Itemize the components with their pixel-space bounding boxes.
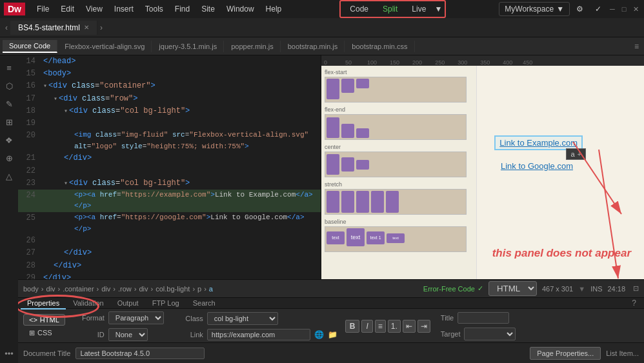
workspace-label-text: MyWorkspace	[505, 5, 554, 14]
split-mode-button[interactable]: Split	[376, 3, 404, 15]
breadcrumb-div-3[interactable]: div	[139, 285, 148, 293]
sidebar-icon-snippets[interactable]: ⊕	[2, 151, 16, 165]
folder-icon[interactable]: 📁	[328, 330, 337, 339]
code-editor[interactable]: 14 </head> 15 <body> 16 ▾<div class="con…	[18, 55, 321, 279]
breadcrumb-body[interactable]: body	[23, 285, 39, 293]
sidebar-icon-git[interactable]: △	[2, 169, 16, 183]
settings-icon[interactable]: ⚙	[571, 3, 589, 15]
tab-scroll-left[interactable]: ‹	[3, 23, 10, 32]
sidebar-icon-css[interactable]: ⊞	[2, 115, 16, 129]
file-tab-jquery[interactable]: jquery-3.5.1.min.js	[152, 41, 224, 52]
menu-edit[interactable]: Edit	[55, 3, 79, 15]
indent-right-button[interactable]: ⇥	[418, 320, 430, 333]
file-tab-source-code[interactable]: Source Code	[3, 40, 57, 53]
tab-validation[interactable]: Validation	[66, 298, 110, 308]
breadcrumb-div-2[interactable]: div	[101, 285, 110, 293]
menu-view[interactable]: View	[81, 3, 108, 15]
sidebar-icon-dom[interactable]: ❖	[2, 133, 16, 147]
window-controls: ─ □ ✕	[608, 5, 640, 14]
breadcrumb-container[interactable]: .container	[63, 285, 94, 293]
minimize-button[interactable]: ─	[608, 5, 617, 14]
code-line-17: 17 ▾<div class="row">	[18, 93, 321, 105]
globe-icon[interactable]: 🌐	[314, 330, 324, 339]
page-properties-button[interactable]: Page Properties...	[530, 347, 601, 360]
baseline-demo: text text text 1 text	[325, 226, 467, 252]
menu-insert[interactable]: Insert	[109, 3, 139, 15]
breadcrumb-col[interactable]: col.bg-light	[156, 285, 190, 293]
tab-output[interactable]: Output	[111, 298, 145, 308]
checkmark-icon: ✓	[478, 284, 483, 293]
tab-search[interactable]: Search	[186, 298, 222, 308]
id-select[interactable]: None	[108, 328, 148, 341]
sidebar-icon-assets[interactable]: ⬡	[2, 79, 16, 93]
menu-find[interactable]: Find	[170, 3, 195, 15]
code-mode-button[interactable]: Code	[343, 3, 375, 15]
menu-file[interactable]: File	[32, 3, 54, 15]
panels-area: 14 </head> 15 <body> 16 ▾<div class="con…	[18, 55, 644, 363]
code-line-23: 23 ▾<div class="col bg-light">	[18, 177, 321, 190]
format-select[interactable]: Paragraph	[108, 311, 164, 324]
tab-ftp-log[interactable]: FTP Log	[146, 298, 186, 308]
sidebar-icon-files[interactable]: ≡	[2, 61, 16, 75]
sidebar-icon-more[interactable]: •••	[2, 346, 16, 360]
ordered-list-button[interactable]: 1.	[388, 320, 401, 333]
link-input[interactable]	[207, 329, 310, 340]
tab-scroll-right[interactable]: ›	[97, 23, 105, 32]
file-tabs-bar: Source Code Flexbox-vertical-align.svg j…	[0, 37, 644, 55]
italic-button[interactable]: I	[361, 320, 372, 333]
breadcrumb: body › div › .container › div › .row › d…	[23, 285, 213, 293]
live-dropdown-icon[interactable]: ▼	[434, 5, 442, 14]
menu-tools[interactable]: Tools	[140, 3, 168, 15]
check-icon[interactable]: ✓	[590, 3, 607, 15]
menu-help[interactable]: Help	[261, 3, 287, 15]
text-format-row: B I ≡ 1. ⇤ ⇥	[345, 320, 430, 333]
workspace-selector[interactable]: MyWorkspace ▼	[499, 2, 570, 16]
menu-window[interactable]: Window	[221, 3, 259, 15]
code-line-29: 29 </div>	[18, 272, 321, 279]
breadcrumb-div-1[interactable]: div	[46, 285, 55, 293]
baseline-label: baseline	[325, 219, 467, 225]
status-bar: body › div › .container › div › .row › d…	[18, 279, 644, 297]
sidebar-icon-insert[interactable]: ✎	[2, 97, 16, 111]
breadcrumb-sep-4: ›	[113, 285, 116, 293]
css-properties-button[interactable]: ⊞ CSS	[23, 327, 65, 339]
code-panel: 14 </head> 15 <body> 16 ▾<div class="con…	[18, 55, 321, 279]
title-input[interactable]	[458, 312, 509, 324]
size-dropdown-icon[interactable]: ▼	[578, 285, 585, 293]
unordered-list-button[interactable]: ≡	[375, 320, 386, 333]
breadcrumb-sep-2: ›	[58, 285, 61, 293]
class-select[interactable]: col bg-light	[207, 312, 278, 325]
css-label: CSS	[37, 329, 52, 337]
properties-help-icon[interactable]: ?	[627, 299, 641, 308]
tab-close-button[interactable]: ✕	[84, 24, 89, 31]
doc-title-input[interactable]	[75, 348, 205, 359]
maximize-button[interactable]: □	[619, 5, 629, 14]
menu-site[interactable]: Site	[196, 3, 220, 15]
left-sidebar: ≡ ⬡ ✎ ⊞ ❖ ⊕ △ •••	[0, 55, 18, 363]
app-logo: Dw	[4, 3, 25, 15]
properties-tabs: Properties Validation Output FTP Log Sea…	[18, 298, 644, 309]
link-add-icon[interactable]: +	[578, 150, 581, 158]
language-selector[interactable]: HTML	[488, 281, 537, 296]
code-line-18: 18 ▾<div class="col bg-light">	[18, 105, 321, 117]
close-button[interactable]: ✕	[631, 5, 640, 14]
active-document-tab[interactable]: BS4.5-starter.html ✕	[10, 21, 97, 35]
filter-icon[interactable]: ≡	[629, 41, 644, 52]
document-size: 467 x 301	[542, 285, 573, 293]
breadcrumb-a[interactable]: a	[209, 285, 213, 293]
file-tab-bootstrap-js[interactable]: bootstrap.min.js	[281, 41, 345, 52]
live-mode-button[interactable]: Live	[405, 3, 432, 15]
indent-left-button[interactable]: ⇤	[403, 320, 416, 333]
breadcrumb-row[interactable]: .row	[118, 285, 132, 293]
file-tab-bootstrap-css[interactable]: bootstrap.min.css	[345, 41, 414, 52]
file-tab-popper[interactable]: popper.min.js	[225, 41, 280, 52]
file-tab-flexbox-svg[interactable]: Flexbox-vertical-align.svg	[58, 41, 152, 52]
tab-properties[interactable]: Properties	[21, 298, 66, 309]
breadcrumb-p[interactable]: p	[197, 285, 201, 293]
link-row: Link 🌐 📁	[174, 329, 337, 340]
target-select[interactable]	[464, 328, 516, 340]
bold-button[interactable]: B	[345, 320, 360, 333]
options-icon[interactable]: ⊡	[633, 284, 639, 293]
active-tab-name: BS4.5-starter.html	[18, 23, 80, 32]
html-properties-button[interactable]: <> HTML	[23, 314, 65, 326]
